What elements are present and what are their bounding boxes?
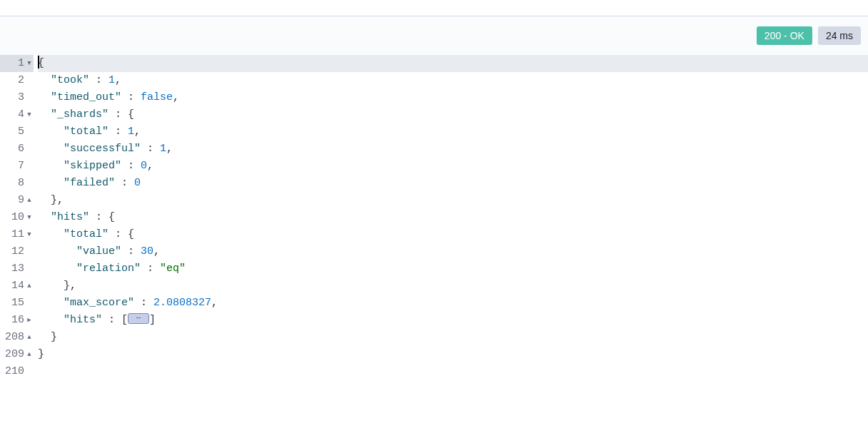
code-line: "failed" : 0 (38, 175, 868, 192)
code-line: "timed_out" : false, (38, 89, 868, 106)
line-gutter: 1▼ 2 3 4▼ 5 6 7 8 9▲ 10▼ 11▼ 12 13 14▲ 1… (0, 55, 34, 434)
code-line: { (38, 55, 868, 72)
gutter-line: 210 (0, 363, 34, 380)
code-line: } (38, 346, 868, 363)
fold-marker-icon[interactable] (128, 313, 149, 324)
gutter-line: 1▼ (0, 55, 34, 72)
fold-open-icon[interactable]: ▼ (26, 111, 33, 118)
code-line: "hits" : [] (38, 312, 868, 329)
code-line: }, (38, 277, 868, 295)
code-editor[interactable]: 1▼ 2 3 4▼ 5 6 7 8 9▲ 10▼ 11▼ 12 13 14▲ 1… (0, 55, 868, 434)
code-line: "_shards" : { (38, 106, 868, 123)
gutter-line: 11▼ (0, 226, 34, 243)
code-line: }, (38, 192, 868, 209)
gutter-line: 16▶ (0, 312, 34, 329)
gutter-line: 10▼ (0, 209, 34, 226)
code-line: "took" : 1, (38, 72, 868, 89)
fold-open-icon[interactable]: ▼ (26, 214, 33, 221)
gutter-line: 12 (0, 243, 34, 260)
code-line (38, 363, 868, 380)
text-cursor (38, 56, 39, 68)
code-line: "hits" : { (38, 209, 868, 226)
gutter-line: 6 (0, 141, 34, 158)
code-line: } (38, 329, 868, 346)
response-time-badge: 24 ms (818, 26, 861, 45)
gutter-line: 13 (0, 260, 34, 277)
fold-close-icon[interactable]: ▲ (26, 334, 33, 341)
gutter-line: 208▲ (0, 329, 34, 346)
code-content[interactable]: { "took" : 1, "timed_out" : false, "_sha… (34, 55, 868, 434)
gutter-line: 3 (0, 89, 34, 106)
fold-close-icon[interactable]: ▲ (26, 282, 33, 290)
fold-close-icon[interactable]: ▲ (26, 351, 33, 358)
gutter-line: 14▲ (0, 277, 34, 295)
status-bar: 200 - OK 24 ms (0, 16, 868, 55)
code-line: "max_score" : 2.0808327, (38, 295, 868, 312)
code-line: "relation" : "eq" (38, 260, 868, 277)
fold-open-icon[interactable]: ▼ (26, 231, 33, 238)
fold-open-icon[interactable]: ▼ (26, 60, 33, 67)
fold-close-icon[interactable]: ▲ (26, 197, 33, 204)
code-line: "value" : 30, (38, 243, 868, 260)
gutter-line: 209▲ (0, 346, 34, 363)
code-line: "total" : 1, (38, 123, 868, 141)
fold-collapsed-icon[interactable]: ▶ (26, 317, 33, 324)
status-code-badge: 200 - OK (757, 26, 812, 45)
code-line: "successful" : 1, (38, 141, 868, 158)
code-line: "total" : { (38, 226, 868, 243)
gutter-line: 2 (0, 72, 34, 89)
gutter-line: 4▼ (0, 106, 34, 123)
gutter-line: 15 (0, 295, 34, 312)
top-border (0, 0, 868, 16)
code-line: "skipped" : 0, (38, 158, 868, 175)
gutter-line: 5 (0, 123, 34, 141)
gutter-line: 8 (0, 175, 34, 192)
gutter-line: 7 (0, 158, 34, 175)
gutter-line: 9▲ (0, 192, 34, 209)
